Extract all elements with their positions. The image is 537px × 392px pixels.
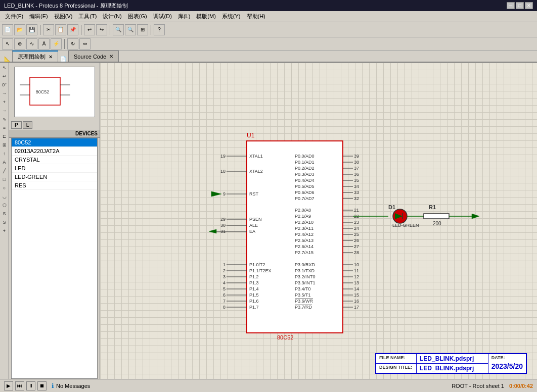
- wire-button[interactable]: ∿: [26, 38, 37, 50]
- help-button[interactable]: ?: [154, 24, 165, 35]
- save-button[interactable]: 💾: [26, 24, 37, 35]
- svg-text:P0.7/AD7: P0.7/AD7: [295, 196, 315, 201]
- schematic-canvas[interactable]: U1 80C52 19 XTAL1 18 XTAL2 9 RST 29 PSEN: [100, 63, 537, 379]
- tab-schematic[interactable]: 原理图绘制 ✕: [12, 51, 58, 62]
- new-button[interactable]: 📄: [2, 24, 13, 35]
- redo-button[interactable]: ↪: [96, 24, 107, 35]
- rotate-button[interactable]: ↻: [67, 38, 78, 50]
- left-plus[interactable]: +: [1, 227, 9, 235]
- minimize-button[interactable]: ─: [507, 2, 515, 9]
- cut-button[interactable]: ✂: [43, 24, 54, 35]
- menu-system[interactable]: 系统(Y): [219, 12, 244, 21]
- svg-text:P0.2/AD2: P0.2/AD2: [295, 166, 315, 171]
- undo-button[interactable]: ↩: [84, 24, 95, 35]
- play-button[interactable]: ▶: [4, 381, 13, 390]
- menu-file[interactable]: 文件(F): [2, 12, 26, 21]
- menu-debug[interactable]: 调试(D): [150, 12, 175, 21]
- select-button[interactable]: ↖: [2, 38, 13, 50]
- menu-view[interactable]: 视图(V): [51, 12, 76, 21]
- left-select[interactable]: ↖: [1, 64, 9, 72]
- svg-text:15: 15: [354, 292, 359, 298]
- svg-marker-18: [211, 191, 221, 197]
- left-line[interactable]: ╱: [1, 167, 9, 175]
- device-item-5[interactable]: RES: [12, 181, 97, 190]
- mirror-button[interactable]: ⇔: [79, 38, 91, 50]
- left-text[interactable]: A: [1, 158, 9, 166]
- left-mirror[interactable]: →: [1, 89, 9, 97]
- left-junction[interactable]: →: [1, 107, 9, 115]
- tab-schematic-label: 原理图绘制: [18, 53, 46, 61]
- menu-edit[interactable]: 编辑(E): [26, 12, 51, 21]
- stop-button[interactable]: ⏹: [37, 381, 47, 390]
- left-bus[interactable]: ≡: [1, 124, 9, 132]
- left-label[interactable]: ⊏: [1, 132, 9, 140]
- svg-text:P3.5/T1: P3.5/T1: [295, 292, 311, 298]
- left-rect[interactable]: □: [1, 175, 9, 183]
- svg-text:14: 14: [354, 286, 359, 291]
- svg-text:10: 10: [354, 262, 359, 267]
- svg-text:23: 23: [354, 220, 359, 225]
- menu-template[interactable]: 模版(M): [193, 12, 219, 21]
- left-arc[interactable]: ◡: [1, 192, 9, 201]
- device-item-4[interactable]: LED-GREEN: [12, 173, 97, 181]
- preview-svg: 80C52: [15, 67, 95, 117]
- device-item-2[interactable]: CRYSTAL: [12, 156, 97, 164]
- svg-text:32: 32: [354, 196, 359, 201]
- svg-text:26: 26: [354, 238, 359, 243]
- svg-text:29: 29: [220, 217, 226, 222]
- device-item-3[interactable]: LED: [12, 164, 97, 173]
- status-no-messages: No Messages: [56, 383, 90, 389]
- open-button[interactable]: 📂: [14, 24, 25, 35]
- left-undo[interactable]: ↩: [1, 72, 9, 80]
- svg-text:5: 5: [223, 286, 226, 291]
- svg-text:16: 16: [354, 299, 359, 304]
- zoom-in-button[interactable]: 🔍: [113, 24, 124, 35]
- left-sym[interactable]: S: [1, 218, 9, 226]
- tab-schematic-close[interactable]: ✕: [49, 54, 53, 60]
- svg-text:30: 30: [220, 223, 226, 228]
- svg-text:XTAL1: XTAL1: [249, 154, 263, 159]
- left-circle[interactable]: ○: [1, 184, 9, 192]
- paste-button[interactable]: 📌: [67, 24, 78, 35]
- svg-text:36: 36: [354, 172, 359, 177]
- left-redo[interactable]: 0°: [1, 81, 9, 89]
- svg-text:31: 31: [220, 229, 226, 234]
- tab-sourcecode[interactable]: Source Code ✕: [68, 51, 119, 62]
- status-info-icon: ℹ: [52, 382, 54, 389]
- sep4: [151, 25, 151, 35]
- svg-text:P3.7/RD: P3.7/RD: [295, 305, 312, 310]
- tab-p[interactable]: P: [11, 121, 22, 129]
- label-button[interactable]: A: [38, 38, 50, 50]
- toolbar-main: 📄 📂 💾 ✂ 📋 📌 ↩ ↪ 🔍 🔍 ⊞ ?: [0, 22, 537, 37]
- menu-library[interactable]: 库(L): [175, 12, 193, 21]
- svg-text:2: 2: [223, 268, 226, 273]
- device-item-1[interactable]: 02013A220JAT2A: [12, 147, 97, 156]
- copy-button[interactable]: 📋: [55, 24, 66, 35]
- left-poly[interactable]: ⬡: [1, 201, 9, 209]
- menu-design[interactable]: 设计(N): [100, 12, 124, 21]
- svg-text:LED-GREEN: LED-GREEN: [392, 223, 419, 228]
- svg-text:7: 7: [223, 299, 226, 304]
- maximize-button[interactable]: □: [516, 2, 524, 9]
- device-list[interactable]: 80C52 02013A220JAT2A CRYSTAL LED LED-GRE…: [11, 138, 98, 379]
- power-button[interactable]: ⚡: [51, 38, 62, 50]
- device-item-0[interactable]: 80C52: [12, 138, 97, 147]
- zoom-out-button[interactable]: 🔍: [125, 24, 136, 35]
- tab-sourcecode-close[interactable]: ✕: [109, 54, 113, 59]
- component-button[interactable]: ⊕: [14, 38, 25, 50]
- menu-help[interactable]: 帮助(H): [244, 12, 268, 21]
- left-component[interactable]: +: [1, 98, 9, 106]
- pause-button[interactable]: ⏸: [26, 381, 35, 390]
- fit-button[interactable]: ⊞: [137, 24, 148, 35]
- menu-tools[interactable]: 工具(T): [75, 12, 100, 21]
- left-port[interactable]: ↑: [1, 150, 9, 158]
- status-controls: ▶ ⏭ ⏸ ⏹: [4, 381, 47, 390]
- left-script[interactable]: S: [1, 210, 9, 218]
- left-wire[interactable]: ∿: [1, 115, 9, 123]
- left-toolbar: ↖ ↩ 0° → + → ∿ ≡ ⊏ ⊞ ↑ A ╱ □ ○ ◡ ⬡ S S +: [0, 63, 9, 379]
- left-power[interactable]: ⊞: [1, 141, 9, 149]
- tab-l[interactable]: L: [23, 121, 33, 129]
- step-button[interactable]: ⏭: [15, 381, 24, 390]
- menu-graph[interactable]: 图表(G): [125, 12, 150, 21]
- close-button[interactable]: ✕: [525, 2, 533, 9]
